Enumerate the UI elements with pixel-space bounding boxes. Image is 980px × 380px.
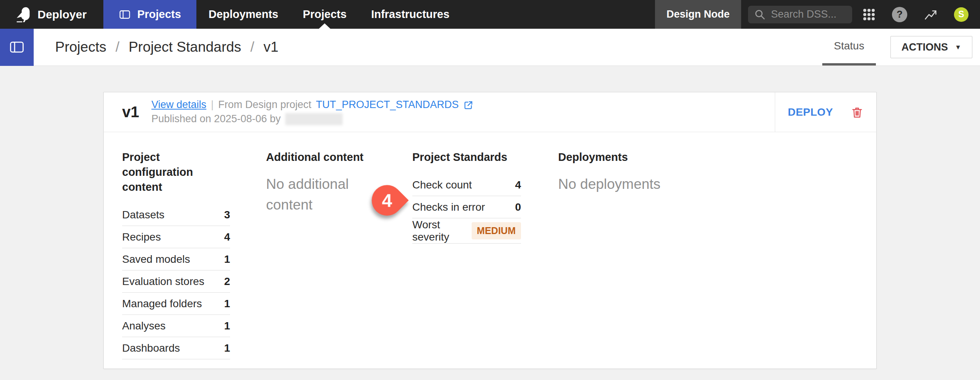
- global-search[interactable]: [748, 6, 852, 23]
- deploy-zone: DEPLOY: [775, 106, 876, 119]
- additional-content-column: Additional content No additional content: [266, 150, 369, 215]
- empty-state-text: No additional content: [266, 174, 369, 215]
- breadcrumb-project-standards[interactable]: Project Standards: [129, 39, 241, 55]
- nav-item-projects[interactable]: Projects: [291, 0, 359, 29]
- breadcrumb-current-version: v1: [263, 39, 278, 55]
- project-panel-icon: [9, 39, 25, 55]
- version-name: v1: [122, 103, 139, 121]
- table-row: Evaluation stores 2: [122, 270, 230, 293]
- tab-projects-label: Projects: [137, 8, 181, 21]
- search-input[interactable]: [771, 8, 846, 20]
- design-node-badge[interactable]: Design Node: [655, 0, 741, 29]
- user-avatar[interactable]: S: [954, 7, 969, 22]
- column-title: Deployments: [558, 150, 684, 165]
- deploy-button[interactable]: DEPLOY: [788, 106, 833, 118]
- table-row: Managed folders 1: [122, 293, 230, 315]
- table-row: Worst severity MEDIUM: [412, 218, 521, 244]
- main-content: v1 View details | From Design project TU…: [0, 66, 980, 380]
- apps-grid-icon[interactable]: [862, 8, 876, 21]
- version-card: v1 View details | From Design project TU…: [103, 92, 877, 369]
- app-title: Deployer: [38, 8, 87, 21]
- table-row: Recipes 4: [122, 226, 230, 248]
- tab-status[interactable]: Status: [822, 29, 875, 66]
- row-value: 1: [224, 253, 230, 265]
- project-panel-icon: [119, 8, 131, 21]
- row-value: 4: [224, 231, 230, 243]
- question-mark-glyph: ?: [897, 8, 903, 20]
- row-value: 1: [224, 320, 230, 332]
- version-meta-line2: Published on 2025-08-06 by: [152, 113, 775, 126]
- nav-item-deployments[interactable]: Deployments: [196, 0, 291, 29]
- version-card-body: Project configuration content Datasets 3…: [104, 132, 876, 369]
- help-icon[interactable]: ?: [892, 7, 907, 22]
- top-navbar: Deployer Projects Deployments Projects I…: [0, 0, 980, 29]
- table-row: Datasets 3: [122, 204, 230, 226]
- nav-item-infrastructures[interactable]: Infrastructures: [359, 0, 462, 29]
- breadcrumb-projects[interactable]: Projects: [55, 39, 106, 55]
- search-icon: [754, 9, 766, 20]
- row-value: 4: [515, 179, 521, 191]
- row-label: Managed folders: [122, 298, 202, 310]
- delete-version-icon[interactable]: [851, 106, 864, 119]
- row-value: 3: [224, 209, 230, 221]
- breadcrumb-bar: Projects / Project Standards / v1 Status…: [0, 29, 980, 66]
- project-configuration-column: Project configuration content Datasets 3…: [122, 150, 230, 359]
- row-label: Analyses: [122, 320, 166, 332]
- pipe-separator: |: [211, 98, 214, 111]
- version-meta-line1: View details | From Design project TUT_P…: [152, 98, 775, 111]
- external-link-icon[interactable]: [463, 100, 474, 110]
- project-standards-column: Project Standards Check count 4 Checks i…: [412, 150, 521, 244]
- dataiku-bird-logo-icon: [14, 6, 31, 23]
- avatar-initial: S: [958, 9, 964, 20]
- active-section-caret: [319, 23, 330, 29]
- breadcrumb-separator: /: [250, 39, 254, 55]
- row-label: Check count: [412, 179, 472, 191]
- row-label: Worst severity: [412, 219, 472, 243]
- actions-dropdown-button[interactable]: ACTIONS ▼: [890, 36, 972, 58]
- chevron-down-icon: ▼: [955, 44, 961, 51]
- column-title: Additional content: [266, 150, 369, 165]
- redacted-author-name: [285, 113, 343, 125]
- published-text: Published on 2025-08-06 by: [152, 113, 281, 126]
- row-value: 1: [224, 298, 230, 310]
- navbar-icon-cluster: ? S: [862, 0, 980, 29]
- projects-home-button[interactable]: [0, 29, 34, 66]
- severity-badge: MEDIUM: [472, 222, 521, 239]
- view-details-link[interactable]: View details: [152, 98, 207, 111]
- version-meta: View details | From Design project TUT_P…: [152, 97, 775, 127]
- row-label: Evaluation stores: [122, 275, 204, 288]
- empty-state-text: No deployments: [558, 174, 684, 195]
- row-label: Saved models: [122, 253, 190, 265]
- row-label: Dashboards: [122, 342, 180, 354]
- row-label: Datasets: [122, 209, 165, 221]
- tab-projects-active[interactable]: Projects: [103, 0, 196, 29]
- row-value: 2: [224, 275, 230, 288]
- annotation-number: 4: [382, 190, 392, 211]
- breadcrumb-separator: /: [116, 39, 119, 55]
- row-label: Recipes: [122, 231, 161, 243]
- design-project-link[interactable]: TUT_PROJECT_STANDARDS: [316, 98, 459, 111]
- row-label: Checks in error: [412, 201, 485, 213]
- table-row: Dashboards 1: [122, 337, 230, 359]
- annotation-callout-4: 4: [365, 179, 408, 222]
- row-value: 0: [515, 201, 521, 213]
- deployments-column: Deployments No deployments: [558, 150, 684, 195]
- navbar-spacer: [462, 0, 655, 29]
- from-project-text: From Design project: [218, 98, 311, 111]
- table-row: Checks in error 0: [412, 196, 521, 218]
- column-title: Project configuration content: [122, 150, 230, 195]
- column-title: Project Standards: [412, 150, 521, 165]
- breadcrumb: Projects / Project Standards / v1: [55, 39, 278, 55]
- app-brand[interactable]: Deployer: [0, 0, 103, 29]
- row-value: 1: [224, 342, 230, 354]
- version-card-header: v1 View details | From Design project TU…: [104, 92, 876, 132]
- table-row: Check count 4: [412, 174, 521, 196]
- table-row: Saved models 1: [122, 248, 230, 270]
- table-row: Analyses 1: [122, 315, 230, 337]
- monitoring-trend-icon[interactable]: [923, 7, 938, 22]
